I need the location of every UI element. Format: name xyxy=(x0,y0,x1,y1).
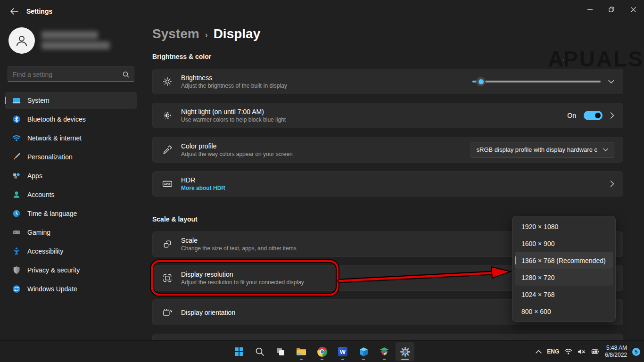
color-profile-select[interactable]: sRGB display profile with display hardwa… xyxy=(471,142,615,158)
settings-button-active[interactable] xyxy=(396,342,414,361)
color-profile-subtitle: Adjust the way colors appear on your scr… xyxy=(181,151,293,157)
sidebar-item-gaming[interactable]: Gaming xyxy=(5,224,137,241)
chevron-right-icon[interactable] xyxy=(610,112,614,119)
file-explorer-button[interactable] xyxy=(292,342,311,361)
word-button[interactable]: W xyxy=(333,342,352,361)
clock[interactable]: 5:48 AM 6/8/2022 xyxy=(605,345,627,359)
chevron-down-icon[interactable] xyxy=(608,80,614,84)
window-controls xyxy=(579,0,644,19)
breadcrumb: System › Display xyxy=(152,26,260,41)
next-row-partial xyxy=(152,334,623,340)
avatar[interactable] xyxy=(8,27,35,54)
night-light-state: On xyxy=(567,112,576,119)
file-explorer-icon xyxy=(296,347,306,356)
back-arrow-icon xyxy=(10,8,18,15)
watermark-text: PUALS xyxy=(563,46,644,72)
tray-volume-muted-icon[interactable] xyxy=(578,348,586,355)
scale-subtitle: Change the size of text, apps, and other… xyxy=(181,245,297,252)
window-title: Settings xyxy=(26,8,52,15)
cube-app-button[interactable] xyxy=(354,342,373,361)
sidebar-item-privacy-security[interactable]: Privacy & security xyxy=(5,262,137,279)
resolution-option[interactable]: 1024 × 768 xyxy=(515,286,613,303)
shield-icon xyxy=(12,266,21,274)
titlebar: Settings xyxy=(0,0,644,23)
hdr-title: HDR xyxy=(181,176,225,184)
sidebar-item-accessibility[interactable]: Accessibility xyxy=(5,243,137,260)
resolution-option[interactable]: 1600 × 900 xyxy=(515,235,613,252)
night-light-title: Night light (on until 7:00 AM) xyxy=(181,108,286,115)
task-view-button[interactable] xyxy=(271,342,290,361)
tray-chevron-up-icon[interactable] xyxy=(536,350,542,354)
sidebar-item-label: Network & internet xyxy=(27,134,82,142)
search-icon xyxy=(123,71,129,78)
hdr-icon: HDR xyxy=(162,179,173,189)
resolution-option[interactable]: 1280 × 720 xyxy=(515,269,613,286)
section-scale-layout: Scale & layout xyxy=(152,215,198,223)
chevron-down-icon xyxy=(603,148,608,152)
hdr-more-link[interactable]: More about HDR xyxy=(181,185,225,191)
system-tray: ENG 5:48 AM 6/8/2022 5 xyxy=(536,341,640,362)
sidebar-item-label: Accessibility xyxy=(27,247,63,255)
notification-badge[interactable]: 5 xyxy=(632,348,640,356)
resolution-option[interactable]: 1920 × 1080 xyxy=(515,218,613,235)
sidebar-item-accounts[interactable]: Accounts xyxy=(5,186,137,203)
start-button[interactable] xyxy=(230,342,248,361)
settings-gear-icon xyxy=(400,346,411,357)
tray-wifi-icon[interactable] xyxy=(564,348,572,355)
page-title: Display xyxy=(214,26,261,41)
language-indicator[interactable]: ENG xyxy=(547,348,559,355)
brightness-row[interactable]: Brightness Adjust the brightness of the … xyxy=(152,69,623,94)
sidebar-item-personalization[interactable]: Personalization xyxy=(5,148,137,165)
running-indicator xyxy=(383,359,386,360)
sidebar-item-system[interactable]: System xyxy=(5,92,137,109)
display-resolution-icon xyxy=(162,273,173,283)
color-profile-row[interactable]: Color profile Adjust the way colors appe… xyxy=(152,137,623,163)
running-indicator xyxy=(362,359,365,360)
sidebar-nav: System Bluetooth & devices Network & int… xyxy=(5,92,137,299)
chevron-right-icon[interactable] xyxy=(610,181,614,187)
resolution-option[interactable]: 800 × 600 xyxy=(515,303,613,320)
search-input[interactable] xyxy=(8,71,123,78)
tray-battery-icon[interactable] xyxy=(591,348,600,355)
windows-update-icon xyxy=(12,285,21,293)
sidebar-item-windows-update[interactable]: Windows Update xyxy=(5,280,137,297)
selected-indicator xyxy=(515,256,516,264)
brightness-slider[interactable] xyxy=(472,77,601,86)
resolution-option-selected[interactable]: 644 × 362 (Recommended) xyxy=(515,252,613,269)
back-button[interactable] xyxy=(7,6,22,17)
brightness-subtitle: Adjust the brightness of the built-in di… xyxy=(181,82,287,89)
sidebar-item-network-internet[interactable]: Network & internet xyxy=(5,130,137,147)
minimize-button[interactable] xyxy=(579,0,601,19)
resolution-dropdown: 1920 × 1080 1600 × 900 644 × 362 (Recom… xyxy=(512,216,616,322)
close-button[interactable] xyxy=(622,0,644,19)
scale-title: Scale xyxy=(181,237,297,244)
sidebar-item-label: System xyxy=(27,97,50,104)
eyedropper-icon xyxy=(162,145,173,155)
breadcrumb-system[interactable]: System xyxy=(152,26,199,41)
night-light-icon xyxy=(162,110,173,121)
gamepad-icon xyxy=(12,228,21,237)
sidebar: System Bluetooth & devices Network & int… xyxy=(0,23,141,340)
night-light-toggle[interactable] xyxy=(584,111,603,120)
apps-icon xyxy=(12,172,21,180)
brush-icon xyxy=(12,153,21,161)
display-orientation-title: Display orientation xyxy=(181,309,235,316)
hdr-row[interactable]: HDR HDR More about HDR xyxy=(152,171,623,197)
maximize-button[interactable] xyxy=(601,0,622,19)
brightness-icon xyxy=(162,76,173,87)
chrome-button[interactable] xyxy=(313,342,331,361)
slider-thumb[interactable] xyxy=(476,77,486,86)
clock-globe-icon xyxy=(12,209,21,218)
sidebar-item-apps[interactable]: Apps xyxy=(5,167,137,184)
user-email-blurred xyxy=(41,41,110,49)
sidebar-item-bluetooth-devices[interactable]: Bluetooth & devices xyxy=(5,111,137,128)
bluestacks-button[interactable] xyxy=(375,342,394,361)
appuals-watermark: A PUALS xyxy=(548,38,644,72)
taskbar-search-button[interactable] xyxy=(250,342,269,361)
search-box[interactable] xyxy=(8,66,134,82)
sidebar-item-time-language[interactable]: Time & language xyxy=(5,205,137,222)
color-profile-title: Color profile xyxy=(181,142,293,150)
word-icon: W xyxy=(338,347,347,356)
running-indicator xyxy=(300,359,303,360)
night-light-row[interactable]: Night light (on until 7:00 AM) Use warme… xyxy=(152,103,623,128)
